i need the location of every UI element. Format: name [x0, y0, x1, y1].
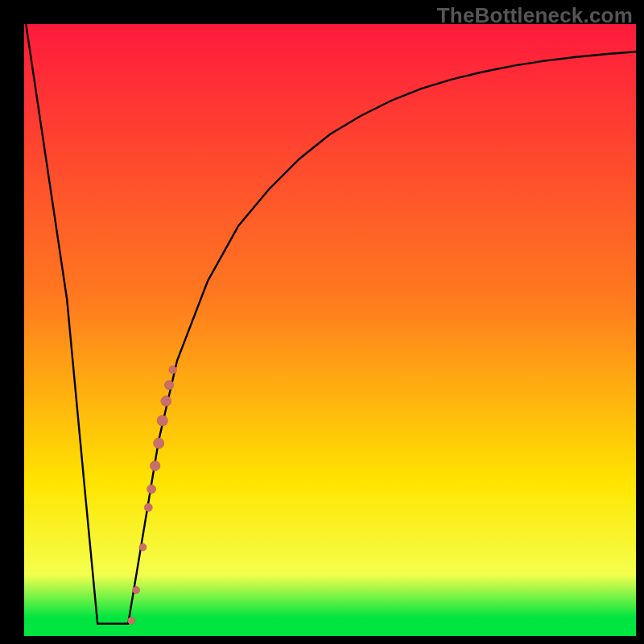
data-marker: [169, 366, 177, 374]
watermark-text: TheBottleneck.com: [437, 3, 633, 28]
data-marker: [139, 543, 147, 551]
data-marker: [157, 415, 167, 426]
chart-plot-area: [24, 24, 636, 636]
data-marker: [161, 396, 171, 407]
data-marker: [147, 485, 156, 493]
chart-background: [24, 24, 636, 636]
bottleneck-chart: [24, 24, 636, 636]
data-marker: [154, 438, 164, 448]
data-marker: [128, 617, 135, 625]
data-marker: [164, 381, 173, 390]
data-marker: [144, 503, 152, 511]
data-marker: [150, 461, 159, 471]
data-marker: [133, 587, 140, 594]
